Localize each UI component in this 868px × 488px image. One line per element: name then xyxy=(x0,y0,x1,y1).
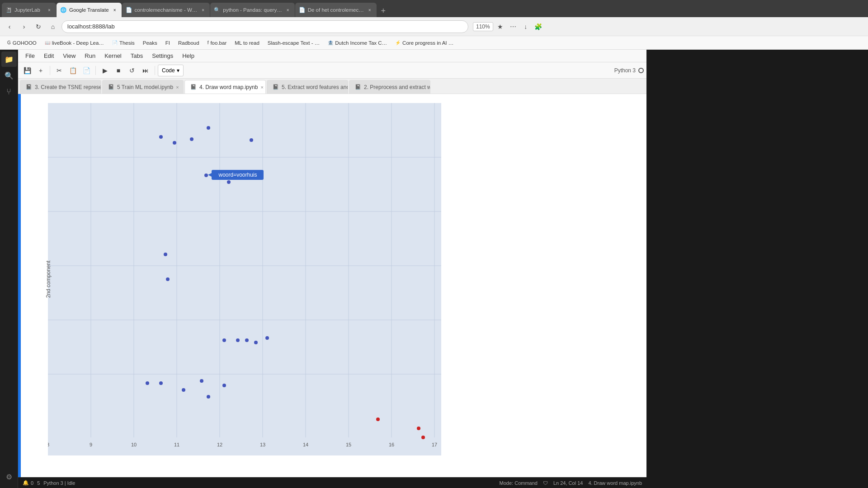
nb-tab-tsne[interactable]: 📓 3. Create the TSNE represe × xyxy=(20,80,101,94)
sidebar-icon-git[interactable]: ⑂ xyxy=(1,84,17,99)
svg-text:8: 8 xyxy=(48,442,49,447)
bookmark-livebook[interactable]: 📖 liveBook - Deep Lea… xyxy=(41,38,108,48)
menu-tabs[interactable]: Tabs xyxy=(126,50,147,62)
status-right: Mode: Command 🛡 Ln 24, Col 14 4. Draw wo… xyxy=(500,480,642,486)
sidebar-icon-folder[interactable]: 📁 xyxy=(1,52,17,67)
nb-tab-preprocess[interactable]: 📓 2. Preprocess and extract w × xyxy=(349,80,430,94)
cut-button[interactable]: ✂ xyxy=(53,64,66,77)
bookmark-ml-to-read[interactable]: ML to read xyxy=(231,38,263,48)
restart-button[interactable]: ↺ xyxy=(126,64,138,77)
data-point xyxy=(159,135,163,139)
nb-tab-close-train[interactable]: × xyxy=(176,84,179,90)
y-axis-label: 2nd component xyxy=(45,261,52,298)
menu-run[interactable]: Run xyxy=(80,50,100,62)
paste-button[interactable]: 📄 xyxy=(80,64,93,77)
notification-count: 0 xyxy=(31,480,33,486)
tab-controlemechanisme[interactable]: 📄 controlemechanisme - W… × xyxy=(122,3,210,17)
data-point xyxy=(200,379,203,383)
bookmark-thesis[interactable]: 📄 Thesis xyxy=(108,38,138,48)
tab-google-translate-close[interactable]: × xyxy=(112,7,118,13)
jupyter-toolbar: 💾 + ✂ 📋 📄 ▶ ■ ↺ ⏭ Code ▾ Python 3 xyxy=(18,62,646,79)
gohooo-icon: G xyxy=(7,40,11,45)
tab-controlemechanisme-close[interactable]: × xyxy=(200,7,206,13)
menu-settings[interactable]: Settings xyxy=(147,50,178,62)
nb-tab-close-draw[interactable]: × xyxy=(260,84,263,90)
sidebar-icon-tools[interactable]: ⚙ xyxy=(1,469,17,484)
menu-view[interactable]: View xyxy=(58,50,80,62)
toolbar-separator-2 xyxy=(95,66,96,75)
bookmark-radboud[interactable]: Radboud xyxy=(175,38,203,48)
cursor-position: Ln 24, Col 14 xyxy=(553,480,583,486)
forward-button[interactable]: › xyxy=(18,21,30,33)
scatter-plot[interactable]: −102 −104 −106 −108 −110 −112 8 9 10 11 … xyxy=(48,103,441,455)
bookmark-core-progress[interactable]: ⚡ Core progress in AI … xyxy=(392,38,457,48)
copy-button[interactable]: 📋 xyxy=(66,64,79,77)
data-point-tooltip[interactable] xyxy=(204,174,208,177)
menu-help[interactable]: Help xyxy=(178,50,199,62)
menu-file[interactable]: File xyxy=(21,50,39,62)
cell-type-label: Code xyxy=(162,67,175,74)
nb-tab-train[interactable]: 📓 5 Train ML model.ipynb × xyxy=(102,80,184,94)
controlemechanisme-favicon: 📄 xyxy=(126,7,132,13)
data-point-red xyxy=(376,418,380,421)
tab-bar: 📓 JupyterLab × 🌐 Google Translate × 📄 co… xyxy=(0,0,868,17)
main-content: 📁 🔍 ⑂ ⚙ File Edit View Run Kernel Tabs S… xyxy=(0,50,868,488)
bookmark-gohooo[interactable]: G GOHOOO xyxy=(4,38,40,48)
download-icon[interactable]: ↓ xyxy=(520,21,531,32)
stop-button[interactable]: ■ xyxy=(112,64,125,77)
extensions-icon[interactable]: 🧩 xyxy=(533,21,544,32)
svg-text:16: 16 xyxy=(389,442,394,447)
add-cell-button[interactable]: + xyxy=(34,64,47,77)
menu-kernel[interactable]: Kernel xyxy=(100,50,126,62)
run-cell-button[interactable]: ▶ xyxy=(99,64,111,77)
bookmark-dutch-income[interactable]: 🏦 Dutch Income Tax C… xyxy=(324,38,391,48)
nb-tab-icon-extract: 📓 xyxy=(273,84,279,90)
nb-tab-icon-draw: 📓 xyxy=(190,84,197,90)
nb-tab-extract[interactable]: 📓 5. Extract word features anc × xyxy=(267,80,348,94)
menu-icon[interactable]: ⋯ xyxy=(508,21,519,32)
tooltip-arrow xyxy=(208,173,212,177)
nb-tab-label-train: 5 Train ML model.ipynb xyxy=(117,84,173,90)
svg-text:15: 15 xyxy=(346,442,351,447)
sidebar-icon-search[interactable]: 🔍 xyxy=(1,68,17,83)
url-input[interactable] xyxy=(61,20,468,33)
tab-de-het-close[interactable]: × xyxy=(367,7,373,13)
tab-controlemechanisme-label: controlemechanisme - W… xyxy=(135,7,198,13)
bookmark-thesis-label: Thesis xyxy=(119,40,135,46)
kernel-status: Python 3 | Idle xyxy=(43,480,75,486)
tab-jupyter-label: JupyterLab xyxy=(14,7,43,13)
save-button[interactable]: 💾 xyxy=(21,64,33,77)
nb-tab-label-tsne: 3. Create the TSNE represe xyxy=(35,84,101,90)
notebook-tabs: 📓 3. Create the TSNE represe × 📓 5 Train… xyxy=(18,79,646,94)
cell-type-selector[interactable]: Code ▾ xyxy=(158,65,184,76)
core-icon: ⚡ xyxy=(395,40,401,45)
status-kernel[interactable]: Python 3 | Idle xyxy=(43,480,75,486)
bookmark-slash-escape[interactable]: Slash-escape Text - … xyxy=(264,38,323,48)
tab-de-het[interactable]: 📄 De of het controlemec… × xyxy=(295,3,377,17)
bookmark-peaks[interactable]: Peaks xyxy=(139,38,161,48)
status-notifications[interactable]: 🔔 0 xyxy=(23,480,33,486)
tab-google-translate[interactable]: 🌐 Google Translate × xyxy=(57,3,122,17)
back-button[interactable]: ‹ xyxy=(4,21,15,33)
notebook-content: 2nd component xyxy=(18,94,646,477)
jupyter-favicon: 📓 xyxy=(5,7,12,13)
run-all-button[interactable]: ⏭ xyxy=(139,64,152,77)
tab-python-close[interactable]: × xyxy=(285,7,291,13)
bookmarks-icon[interactable]: ★ xyxy=(495,21,506,32)
bookmarks-bar: G GOHOOO 📖 liveBook - Deep Lea… 📄 Thesis… xyxy=(0,36,868,50)
bookmark-gohooo-label: GOHOOO xyxy=(13,40,37,46)
home-button[interactable]: ⌂ xyxy=(47,21,59,33)
tab-jupyter[interactable]: 📓 JupyterLab × xyxy=(2,3,56,17)
new-tab-button[interactable]: + xyxy=(377,5,390,17)
bookmark-fi[interactable]: FI xyxy=(162,38,174,48)
tab-jupyter-close[interactable]: × xyxy=(46,7,52,13)
bookmark-foobar[interactable]: f foo.bar xyxy=(204,38,231,48)
reload-button[interactable]: ↻ xyxy=(33,21,44,33)
google-translate-favicon: 🌐 xyxy=(60,7,66,13)
tab-python-pandas[interactable]: 🔍 python - Pandas: query… × xyxy=(210,3,294,17)
menu-edit[interactable]: Edit xyxy=(39,50,58,62)
svg-text:9: 9 xyxy=(90,442,92,447)
bookmark-core-label: Core progress in AI … xyxy=(402,40,453,46)
nb-tab-draw-word-map[interactable]: 📓 4. Draw word map.ipynb × xyxy=(184,80,266,94)
jupyter-main: File Edit View Run Kernel Tabs Settings … xyxy=(18,50,646,488)
